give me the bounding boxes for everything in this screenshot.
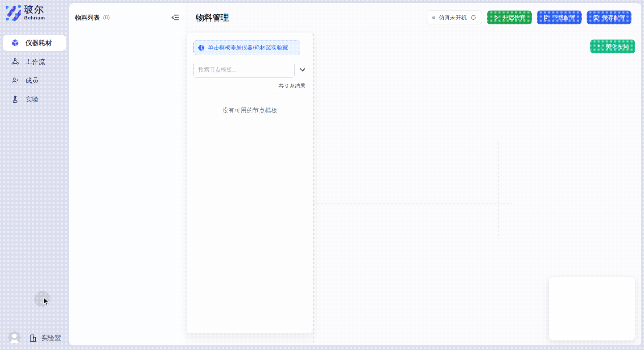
- main-content-card: 物料列表 (0) 物料管理 仿真未开机: [69, 3, 641, 345]
- person-icon: [8, 331, 21, 344]
- sidebar-item-label: 实验: [25, 95, 39, 104]
- chevron-down-icon[interactable]: [299, 66, 306, 73]
- sidebar-item-label: 成员: [25, 76, 39, 85]
- status-label: 仿真未开机: [439, 14, 467, 21]
- simulation-canvas: 物料管理 仿真未开机 开启仿真: [185, 3, 641, 345]
- template-hint-text: 单击模板添加仪器/耗材至实验室: [208, 44, 288, 51]
- sidebar-item-experiments[interactable]: 实验: [3, 91, 66, 107]
- canvas-guide-line: [499, 141, 499, 239]
- collapse-panel-button[interactable]: [171, 13, 179, 22]
- canvas-guide-line: [313, 33, 314, 345]
- download-config-button[interactable]: 下载配置: [537, 11, 582, 24]
- brand-name-en: Bohrium: [24, 15, 45, 20]
- canvas-guide-line: [313, 203, 512, 204]
- status-dot-icon: [432, 16, 435, 19]
- test-tube-icon: [11, 95, 19, 103]
- sidebar-item-members[interactable]: 成员: [3, 73, 66, 88]
- refresh-icon[interactable]: [470, 15, 476, 20]
- start-simulation-button[interactable]: 开启仿真: [487, 11, 532, 24]
- sidebar-footer: 实验室: [0, 327, 69, 350]
- play-icon: [493, 15, 499, 21]
- sidebar-item-instruments[interactable]: 仪器耗材: [3, 35, 66, 51]
- results-count: 共 0 条结果: [193, 83, 306, 90]
- page-title: 物料管理: [196, 12, 229, 23]
- building-icon: [29, 334, 38, 342]
- sidebar-item-label: 仪器耗材: [25, 39, 52, 47]
- minimap[interactable]: [548, 276, 636, 341]
- file-download-icon: [543, 15, 549, 21]
- cube-icon: [11, 39, 19, 47]
- materials-list-title: 物料列表: [75, 14, 100, 22]
- simulation-status-pill: 仿真未开机: [427, 11, 482, 24]
- save-icon: [593, 15, 599, 21]
- materials-list-panel: 物料列表 (0): [69, 3, 185, 345]
- sidebar-nav: 仪器耗材 工作流 成员 实验: [3, 35, 66, 107]
- save-config-button[interactable]: 保存配置: [587, 11, 631, 24]
- info-icon: [198, 44, 205, 51]
- workspace-switcher[interactable]: 实验室: [29, 334, 61, 342]
- members-icon: [11, 76, 19, 84]
- materials-count: (0): [103, 14, 110, 21]
- sidebar-item-workflow[interactable]: 工作流: [3, 54, 66, 70]
- sidebar-item-label: 工作流: [25, 57, 45, 66]
- template-hint-banner: 单击模板添加仪器/耗材至实验室: [193, 40, 300, 55]
- bohrium-logo-icon: [5, 4, 21, 21]
- avatar[interactable]: [8, 331, 21, 344]
- empty-template-message: 没有可用的节点模板: [193, 106, 306, 114]
- beautify-layout-button[interactable]: 美化布局: [590, 40, 635, 53]
- brand-logo[interactable]: 玻尔 Bohrium: [5, 4, 45, 21]
- canvas-body: 单击模板添加仪器/耗材至实验室 共 0 条结果 没有可用的节点模板 美化布局: [185, 33, 641, 345]
- workflow-icon: [11, 58, 19, 66]
- workspace-label: 实验室: [41, 334, 61, 342]
- node-template-panel: 单击模板添加仪器/耗材至实验室 共 0 条结果 没有可用的节点模板: [186, 33, 313, 334]
- mouse-cursor: [42, 297, 51, 306]
- brand-name-zh: 玻尔: [24, 4, 45, 15]
- search-node-template-input[interactable]: [193, 62, 295, 78]
- sparkles-icon: [596, 44, 603, 50]
- canvas-header: 物料管理 仿真未开机 开启仿真: [185, 3, 641, 32]
